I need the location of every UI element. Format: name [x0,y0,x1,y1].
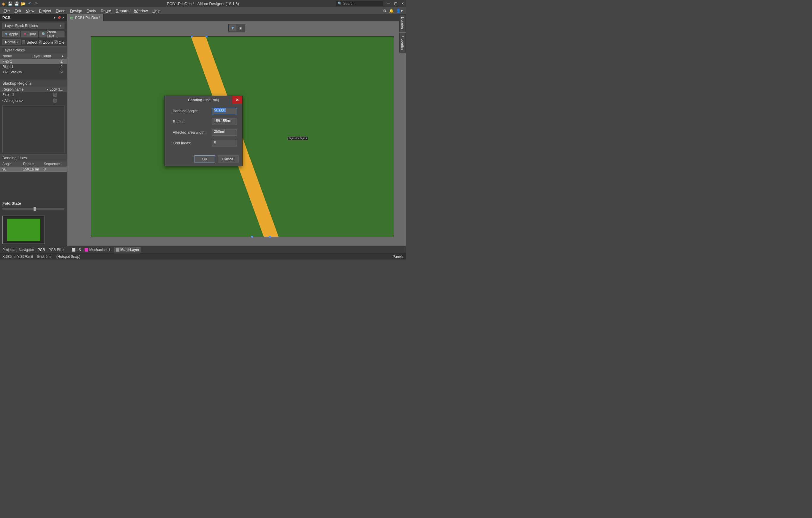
lock-checkbox[interactable] [53,93,57,97]
user-icon[interactable]: 👤▾ [396,9,403,13]
menu-help[interactable]: Help [150,9,163,13]
undo-icon[interactable]: ↶ [27,1,32,6]
libraries-tab[interactable]: Libraries [399,14,406,32]
filter-mode-dropdown[interactable]: Layer Stack Regions [2,23,64,29]
selection-handle[interactable] [206,36,207,37]
normal-dropdown[interactable]: Normal [2,39,21,45]
redo-icon[interactable]: ↷ [34,1,38,6]
select-checkbox[interactable] [22,40,25,44]
lock-checkbox[interactable] [53,99,57,103]
clear-tail-label: Cle [59,40,65,45]
open-icon[interactable]: 📂 [21,1,26,6]
navigator-tab[interactable]: Navigator [19,248,34,252]
projects-tab[interactable]: Projects [2,248,15,252]
menu-tools[interactable]: Tools [85,9,98,13]
pcb-filter-tab[interactable]: PCB Filter [49,248,65,252]
save-icon[interactable]: 💾 [8,1,12,6]
layer-mechanical[interactable]: Mechanical 1 [85,248,111,252]
stackup-region-row[interactable]: Flex - 1 [0,92,67,98]
layer-stacks-columns: Name Layer Count ▲ [0,53,67,59]
status-snap: (Hotspot Snap) [56,254,81,259]
panels-button[interactable]: Panels [393,254,404,259]
pcb-panel: PCB ▼ 📌 ✕ Layer Stack Regions ▼Apply ▼Cl… [0,14,67,246]
dialog-title[interactable]: Bending Line [mil] ✕ [165,96,242,104]
notifications-icon[interactable]: 🔔 [389,9,394,13]
empty-grid [2,105,64,153]
component-toggle-button[interactable]: ▣ [237,25,244,31]
panel-title: PCB [2,16,52,20]
menu-file[interactable]: File [1,9,12,13]
menu-project[interactable]: Project [36,9,53,13]
layer-stack-row[interactable]: <All Stacks>9 [0,70,67,75]
minimize-button[interactable]: — [386,1,390,6]
search-input[interactable]: 🔍 Search [336,1,383,6]
bending-lines-header: Bending Lines [0,154,67,161]
ok-button[interactable]: OK [194,155,215,162]
stackup-regions-header: Stackup Regions [0,80,67,87]
panel-close-icon[interactable]: ✕ [62,16,64,19]
close-icon: ✕ [236,98,239,102]
fold-index-input[interactable]: 0 [212,140,237,146]
menu-route[interactable]: Route [98,9,113,13]
settings-icon[interactable]: ⚙ [383,9,386,13]
layer-stack-row[interactable]: Rigid 12 [0,64,67,70]
fold-slider[interactable] [2,208,64,210]
slider-thumb[interactable] [33,207,36,211]
board-preview[interactable] [2,216,45,244]
zoom-checkbox[interactable]: ✓ [38,40,42,44]
menu-place[interactable]: Place [53,9,68,13]
document-tabs: ▦ PCB1.PcbDoc * [67,14,406,21]
menu-bar: File Edit View Project Place Design Tool… [0,7,406,14]
menu-window[interactable]: Window [132,9,150,13]
chip-icon: ▣ [239,26,242,30]
layer-stacks-grid: Flex 12 Rigid 12 <All Stacks>9 [0,59,67,80]
magnifier-icon: 🔍 [41,32,46,36]
menu-view[interactable]: View [24,9,36,13]
filter-toggle-button[interactable]: ▼ [229,25,236,31]
properties-tab[interactable]: Properties [399,33,406,53]
window-title: PCB1.PcbDoc * - Altium Designer (18.1.6) [167,1,239,6]
bending-lines-grid: 90 159.16 mil 0 [0,167,67,199]
save-all-icon[interactable]: 💾 [14,1,19,6]
cancel-button[interactable]: Cancel [218,155,239,162]
maximize-button[interactable]: ▢ [394,1,398,6]
region-tooltip: Rigid - 2 - Rigid 1 [288,137,308,140]
panel-menu-icon[interactable]: ▼ [53,16,56,19]
panel-pin-icon[interactable]: 📌 [57,16,61,19]
zoom-level-button[interactable]: 🔍Zoom Level... [39,31,65,37]
stackup-region-row[interactable]: <All regions> [0,98,67,104]
radius-input[interactable]: 159.155mil [212,118,237,125]
dialog-close-button[interactable]: ✕ [232,96,242,104]
status-grid: Grid: 5mil [37,254,52,259]
menu-edit[interactable]: Edit [12,9,24,13]
bending-line-dialog: Bending Line [mil] ✕ Bending Angle: 90.0… [164,96,242,166]
menu-design[interactable]: Design [68,9,84,13]
title-bar: ◉ 💾 💾 📂 ↶ ↷ PCB1.PcbDoc * - Altium Desig… [0,0,406,7]
search-icon: 🔍 [338,1,342,6]
funnel-icon: ▼ [231,26,235,30]
status-bar: X:685mil Y:3970mil Grid: 5mil (Hotspot S… [0,253,406,260]
clear-checkbox[interactable]: ✓ [54,40,57,44]
filter-icon: ▼ [4,32,8,36]
bending-angle-input[interactable]: 90.000 [212,108,237,114]
bending-line-row[interactable]: 90 159.16 mil 0 [0,167,67,172]
app-icon: ◉ [1,1,6,6]
layer-ls[interactable]: LS [72,248,81,252]
affected-width-input[interactable]: 250mil [212,129,237,136]
selection-handle[interactable] [251,236,253,238]
pcb-tab[interactable]: PCB [38,248,45,252]
canvas-toolbar: ▼ ▣ [228,24,245,32]
menu-reports[interactable]: Reports [113,9,132,13]
pcb-doc-icon: ▦ [70,16,73,20]
document-tab[interactable]: ▦ PCB1.PcbDoc * [67,14,104,21]
select-label: Select [26,40,37,45]
layer-multi[interactable]: Multi-Layer [114,247,141,252]
apply-button[interactable]: ▼Apply [2,31,20,37]
clear-button[interactable]: ▼Clear [21,31,38,37]
fold-state-label: Fold State [2,201,64,206]
selection-handle[interactable] [191,36,193,37]
close-button[interactable]: ✕ [401,1,405,6]
layer-stack-row[interactable]: Flex 12 [0,59,67,64]
stackup-regions-columns: Region name ▾ Lock 3... [0,87,67,92]
selection-handle[interactable] [269,236,271,238]
